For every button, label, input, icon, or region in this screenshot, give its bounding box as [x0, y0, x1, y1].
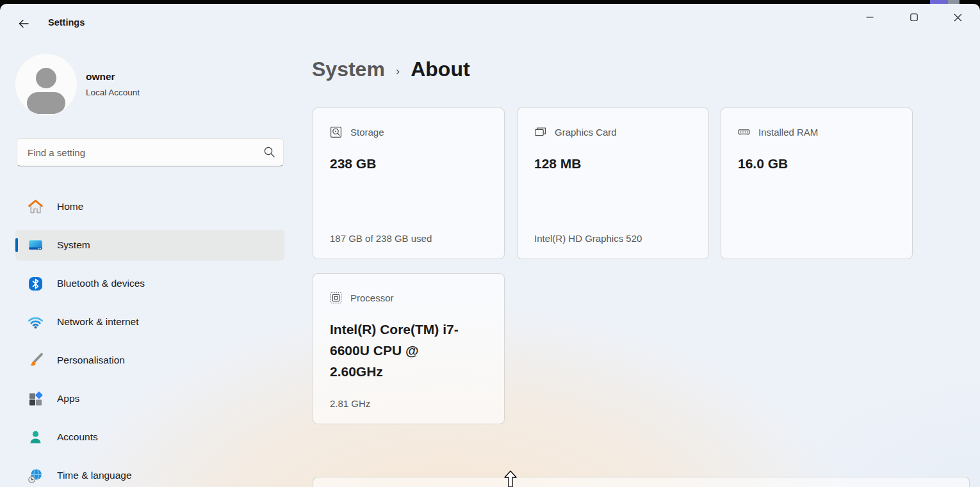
sidebar-nav: Home System — [15, 191, 284, 487]
personalisation-icon — [27, 352, 44, 369]
search-icon — [263, 146, 275, 158]
minimize-button[interactable] — [847, 4, 892, 31]
avatar — [15, 54, 77, 115]
card-value: 238 GB — [330, 153, 467, 174]
accounts-icon — [27, 429, 44, 446]
breadcrumb: System › About — [312, 58, 470, 81]
search-input[interactable] — [17, 138, 284, 166]
bluetooth-icon — [27, 275, 44, 292]
apps-icon — [27, 390, 44, 408]
app-title: Settings — [48, 17, 85, 28]
user-name: owner — [86, 71, 115, 83]
window-controls — [847, 4, 980, 31]
network-icon — [27, 314, 44, 331]
sidebar-item-apps[interactable]: Apps — [15, 383, 284, 414]
card-label: Storage — [350, 127, 384, 138]
card-value: 128 MB — [534, 153, 671, 174]
sidebar-item-home[interactable]: Home — [15, 191, 284, 222]
time-language-icon — [27, 467, 44, 484]
card-value: Intel(R) Core(TM) i7-6600U CPU @ 2.60GHz — [330, 319, 467, 382]
breadcrumb-system-link[interactable]: System — [312, 58, 385, 81]
card-value: 16.0 GB — [738, 153, 875, 174]
close-icon — [954, 13, 962, 22]
card-footer: 187 GB of 238 GB used — [330, 233, 432, 244]
card-label: Installed RAM — [758, 127, 818, 138]
minimize-icon — [866, 13, 874, 21]
maximize-button[interactable] — [892, 4, 936, 31]
bottom-partial-card[interactable] — [313, 477, 970, 487]
breadcrumb-chevron-icon: › — [396, 64, 400, 78]
home-icon — [27, 198, 44, 216]
sidebar-item-personalisation[interactable]: Personalisation — [15, 345, 284, 376]
back-arrow-icon — [17, 17, 30, 30]
sidebar-item-bluetooth-devices[interactable]: Bluetooth & devices — [15, 268, 284, 299]
ram-icon — [738, 126, 750, 138]
maximize-icon — [910, 13, 918, 21]
mouse-cursor — [503, 470, 518, 487]
graphics-card-card[interactable]: Graphics Card 128 MB Intel(R) HD Graphic… — [517, 108, 709, 259]
sidebar-item-time-language[interactable]: Time & language — [15, 460, 284, 487]
processor-icon — [330, 292, 342, 304]
graphics-card-icon — [534, 126, 546, 138]
card-footer: 2.81 GHz — [330, 398, 370, 409]
user-account-card[interactable]: owner Local Account — [12, 50, 287, 120]
card-footer: Intel(R) HD Graphics 520 — [534, 233, 642, 244]
processor-card[interactable]: Processor Intel(R) Core(TM) i7-6600U CPU… — [313, 273, 505, 424]
sidebar-item-network-internet[interactable]: Network & internet — [15, 307, 284, 337]
storage-icon — [330, 126, 342, 138]
storage-card[interactable]: Storage 238 GB 187 GB of 238 GB used — [313, 108, 505, 259]
user-account-type: Local Account — [86, 88, 140, 97]
sidebar-item-accounts[interactable]: Accounts — [15, 422, 284, 452]
card-label: Processor — [350, 292, 394, 303]
system-icon — [27, 237, 44, 254]
titlebar: Settings — [0, 4, 980, 35]
card-label: Graphics Card — [555, 127, 617, 138]
settings-window: Settings owner Local Account — [0, 4, 980, 487]
installed-ram-card[interactable]: Installed RAM 16.0 GB — [721, 108, 913, 259]
search-box — [17, 138, 284, 166]
sidebar-item-system[interactable]: System — [15, 230, 284, 260]
page-title: About — [411, 58, 470, 81]
selected-accent-bar — [15, 238, 18, 252]
back-button[interactable] — [14, 14, 33, 33]
close-button[interactable] — [936, 4, 980, 31]
